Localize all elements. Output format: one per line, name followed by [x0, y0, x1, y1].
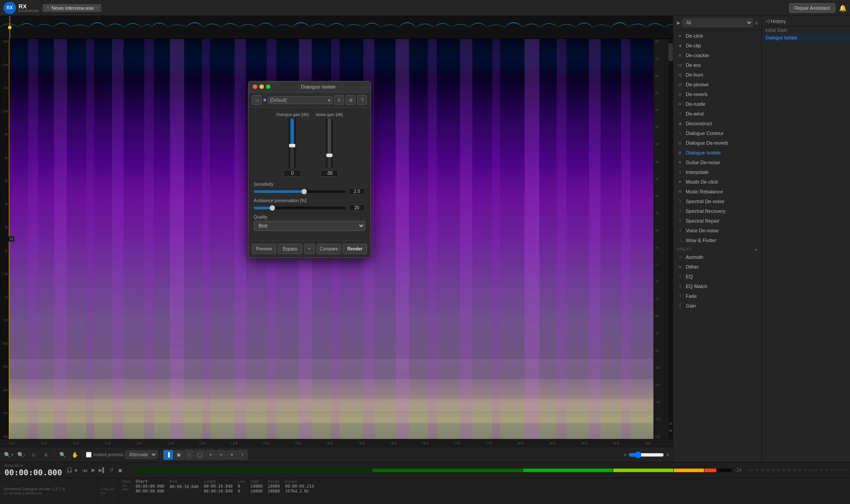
- sidebar-item-declick[interactable]: ✦ De-click: [673, 31, 761, 41]
- notification-icon[interactable]: 🔔: [839, 4, 846, 12]
- sidebar-collapse-button[interactable]: ▶: [677, 20, 680, 25]
- brush-tool[interactable]: ≡: [227, 450, 237, 460]
- sidebar-item-declip[interactable]: ◈ De-clip: [673, 41, 761, 50]
- zoom-out-time-button[interactable]: 🔍-: [16, 450, 27, 460]
- dialogue-gain-value[interactable]: 0: [283, 170, 301, 177]
- ambience-thumb[interactable]: [270, 205, 275, 211]
- quality-select[interactable]: Best Better Fast: [254, 221, 365, 231]
- lasso-select-tool[interactable]: ◯: [195, 450, 205, 460]
- time-select-tool[interactable]: ▐: [163, 450, 173, 460]
- sidebar-item-derustle[interactable]: ≋ De-rustle: [673, 99, 761, 109]
- zoom-out-icon[interactable]: ⊖: [669, 421, 672, 426]
- plugin-window-controls[interactable]: [253, 85, 270, 89]
- record-icon[interactable]: ⏺: [74, 468, 78, 473]
- vertical-scroll-thumb[interactable]: [668, 43, 673, 61]
- history-collapse-icon[interactable]: ◁: [765, 18, 769, 24]
- bypass-button[interactable]: Bypass: [278, 244, 302, 254]
- spectrogram-row: 20k 15k 12k 10k 8k 6k 5k 4k 3k 2k 1.5k 1…: [0, 39, 673, 439]
- sidebar-item-dewind[interactable]: ⌇ De-wind: [673, 109, 761, 119]
- zoom-in-icon-right[interactable]: ⊕: [666, 452, 669, 457]
- overview-waveform[interactable]: [0, 16, 673, 39]
- pencil-tool[interactable]: ⌇: [238, 450, 247, 460]
- dialogue-gain-thumb[interactable]: [289, 144, 295, 147]
- sidebar-filter-select[interactable]: All: [682, 19, 753, 27]
- noise-gain-value[interactable]: -30: [321, 170, 338, 177]
- sidebar-item-dehum[interactable]: ◎ De-hum: [673, 70, 761, 80]
- rect-select-tool[interactable]: □: [185, 450, 194, 460]
- ambience-value[interactable]: 20: [348, 204, 365, 211]
- plugin-menu-button[interactable]: ≡: [334, 95, 344, 105]
- play-button[interactable]: ▶: [89, 466, 97, 474]
- sensitivity-thumb[interactable]: [301, 189, 307, 194]
- noise-gain-slider[interactable]: [326, 119, 333, 168]
- sidebar-item-voice-denoise[interactable]: ⌇ Voice De-noise: [673, 226, 761, 235]
- record-button[interactable]: ⏹: [116, 466, 124, 474]
- horizontal-zoom-slider[interactable]: [629, 451, 664, 458]
- sidebar-item-azimuth[interactable]: ⌇ Azimuth: [673, 252, 761, 262]
- compare-button[interactable]: Compare: [317, 244, 341, 254]
- sidebar-item-music-rebalance[interactable]: ≋ Music Rebalance: [673, 187, 761, 196]
- freq-select-tool[interactable]: ▣: [174, 450, 184, 460]
- zoom-out-icon-right[interactable]: ⊖: [623, 452, 627, 457]
- history-dialogue-isolate[interactable]: Dialogue Isolate: [762, 34, 850, 42]
- play-selection-button[interactable]: ▶▌: [98, 466, 106, 474]
- sidebar-item-deplosive[interactable]: ◎ De-plosive: [673, 80, 761, 89]
- plugin-settings-button[interactable]: ⚙: [346, 95, 355, 105]
- hand-tool-button[interactable]: ✋: [70, 450, 80, 460]
- plugin-maximize-dot[interactable]: [266, 85, 270, 89]
- noise-gain-thumb[interactable]: [326, 154, 332, 157]
- sidebar-item-interpolate[interactable]: ⌇ Interpolate: [673, 167, 761, 177]
- preview-button[interactable]: Preview: [252, 244, 276, 254]
- sidebar-menu-button[interactable]: ≡: [755, 20, 758, 26]
- zoom-freq-in-button[interactable]: 🔍: [57, 450, 68, 460]
- go-start-button[interactable]: ⏮: [81, 466, 89, 474]
- sidebar-item-dialogue-contour[interactable]: ⌇ Dialogue Contour: [673, 128, 761, 138]
- sidebar-item-wow-flutter[interactable]: ⌇ Wow & Flutter: [673, 235, 761, 245]
- sidebar-item-deess[interactable]: sɪl De-ess: [673, 60, 761, 70]
- instant-process-checkbox[interactable]: [86, 452, 92, 458]
- sidebar-item-fade[interactable]: ⌇ Fade: [673, 291, 761, 301]
- hms-dropdown-icon[interactable]: ▾: [21, 463, 23, 468]
- dialogue-gain-slider[interactable]: [289, 119, 296, 168]
- sidebar-item-eq[interactable]: ⌇ EQ: [673, 272, 761, 281]
- zoom-in-icon[interactable]: ⊕: [669, 428, 672, 433]
- render-button[interactable]: Render: [343, 244, 367, 254]
- sidebar-item-dialogue-dereverb[interactable]: ◎ Dialogue De-reverb: [673, 138, 761, 148]
- zoom-fit-button[interactable]: ⊡: [28, 450, 39, 460]
- sensitivity-value[interactable]: 2.0: [348, 188, 365, 195]
- magic-wand-tool[interactable]: ⌖: [206, 450, 216, 460]
- sidebar-item-dither[interactable]: ≋ Dither: [673, 262, 761, 272]
- sidebar-item-deconstruct[interactable]: ◈ Deconstruct: [673, 119, 761, 128]
- repair-assistant-button[interactable]: Repair Assistant: [789, 3, 835, 13]
- plugin-help-button[interactable]: ?: [357, 95, 367, 105]
- sidebar-item-dialogue-isolate[interactable]: ◎ Dialogue Isolate: [673, 148, 761, 158]
- sidebar-item-spectral-recovery[interactable]: ⌇ Spectral Recovery: [673, 206, 761, 216]
- file-tab[interactable]: ✕ News interview.wav ●: [42, 4, 101, 12]
- sensitivity-slider[interactable]: [254, 190, 346, 193]
- plugin-minimize-dot[interactable]: [259, 85, 264, 89]
- loop-button[interactable]: ↺: [107, 466, 115, 474]
- headphone-icon[interactable]: 🎧: [66, 467, 73, 473]
- sidebar-item-eq-match[interactable]: ⌇ EQ Match: [673, 281, 761, 291]
- ambience-slider[interactable]: [254, 207, 346, 209]
- harmonic-select-tool[interactable]: ≈: [216, 450, 226, 460]
- sidebar-item-gain[interactable]: ⌇ Gain: [673, 301, 761, 311]
- vertical-scrollbar[interactable]: ⊖ ⊕: [668, 39, 673, 439]
- plugin-close-dot[interactable]: [253, 85, 257, 89]
- plus-button[interactable]: +: [304, 244, 315, 254]
- sidebar-item-dereverb[interactable]: ◎ De-reverb: [673, 89, 761, 99]
- attenuate-select[interactable]: Attenuate: [125, 450, 158, 459]
- sidebar-item-spectral-denoise[interactable]: ⌇ Spectral De-noise: [673, 196, 761, 206]
- sidebar-item-decrackle[interactable]: ≋ De-crackle: [673, 50, 761, 60]
- preset-selector[interactable]: [Default] ▾: [268, 96, 332, 104]
- utility-collapse-icon[interactable]: ▲: [754, 247, 758, 251]
- zoom-selection-button[interactable]: ⊞: [41, 450, 51, 460]
- file-tab-close[interactable]: ✕: [46, 5, 50, 10]
- history-initial-state[interactable]: Initial State: [762, 27, 850, 34]
- plugin-back-button[interactable]: ◁: [252, 95, 262, 105]
- sidebar-item-guitar-denoise[interactable]: ≋ Guitar De-noise: [673, 158, 761, 167]
- spectrogram-canvas[interactable]: M Dialogue isolate ◁: [9, 39, 653, 439]
- zoom-in-time-button[interactable]: 🔍+: [4, 450, 14, 460]
- sidebar-item-spectral-repair[interactable]: ⌇ Spectral Repair: [673, 216, 761, 226]
- sidebar-item-mouth-declick[interactable]: ✦ Mouth De-click: [673, 177, 761, 187]
